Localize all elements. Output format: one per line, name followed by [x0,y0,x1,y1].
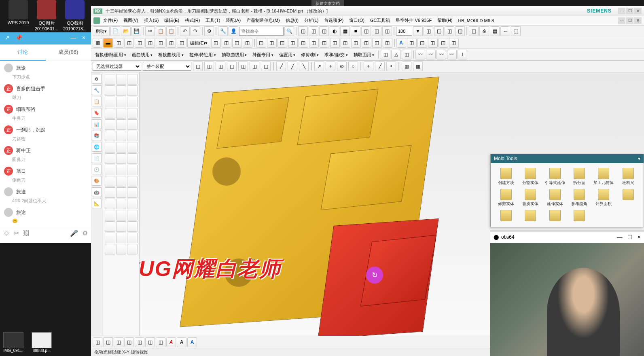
emoji-icon[interactable]: ☺ [3,230,10,237]
pal-btn[interactable] [105,187,115,198]
snap-btn[interactable]: + [326,61,335,71]
chat-list[interactable]: 旅途 下刀少点 正言多的狙击手 球刀 正细嘎蒂咨 牛鼻刀 正一刹那，沉默 刀路密… [0,61,91,227]
nav-btn[interactable]: 🌐 [92,142,102,152]
maximize-button[interactable]: ☐ [627,234,633,240]
mic-icon[interactable]: 🎤 [70,229,78,237]
btm-btn[interactable]: ◫ [114,337,123,347]
sphere-icon[interactable]: ◐ [330,26,339,36]
feature-btn[interactable]: ◫ [222,38,231,48]
pal-btn[interactable] [127,108,138,119]
menu-info[interactable]: 信息(I) [283,17,301,24]
mold-split-face[interactable]: 拆分面 [567,166,591,187]
feature-btn[interactable]: ◫ [309,38,319,48]
pal-btn[interactable] [116,142,127,153]
curve-btn[interactable]: 〰 [436,50,446,59]
redo-icon[interactable]: ↷ [191,26,200,36]
op-extract[interactable]: 抽取曲线用 [219,51,250,59]
mold-fillet[interactable]: 参考圆角 [567,187,591,208]
pal-btn[interactable] [105,176,115,186]
pal-btn[interactable] [127,142,138,153]
btm-btn[interactable]: ◫ [145,337,155,347]
menu-analysis[interactable]: 分析(L) [302,17,321,24]
menu-insert[interactable]: 插入(S) [142,17,161,24]
pal-btn[interactable] [116,74,127,85]
feature-btn[interactable]: ◫ [232,38,242,48]
mold-tools-panel[interactable]: Mold Tools▾ 创建方块 分割实体 引导式延伸 拆分面 加工几何体 坯料… [490,154,644,227]
mold-extend[interactable]: 延伸实体 [543,187,567,208]
feature-btn[interactable]: ◫ [166,38,176,48]
mold-btn[interactable] [494,208,518,224]
minimize-button[interactable]: — [69,34,77,42]
pal-btn[interactable] [116,131,127,141]
feature-btn[interactable]: ◫ [407,38,417,48]
tool-btn[interactable]: ▤ [490,26,500,36]
cube-icon[interactable]: ◫ [319,26,329,36]
pal-btn[interactable] [105,97,115,107]
menu-assembly[interactable]: 装配(A) [223,17,243,24]
feature-btn[interactable]: ◫ [288,38,298,48]
feature-btn[interactable]: ◫ [278,38,287,48]
pal-btn[interactable] [116,199,127,209]
op-btn[interactable]: △ [391,50,401,59]
layer-icon[interactable]: ▦ [340,26,350,36]
desktop-icon-wps[interactable]: WPS 2019 [4,0,32,25]
op-extrude[interactable]: 拉伸-特征用 [187,51,218,59]
pal-btn[interactable] [116,97,127,107]
text-format-a[interactable]: A [187,337,197,347]
pal-btn[interactable] [127,176,138,186]
shade-icon[interactable]: ■ [351,26,360,36]
mold-create-block[interactable]: 创建方块 [494,166,518,187]
pal-btn[interactable] [105,199,115,209]
snap-btn[interactable]: + [364,61,373,71]
nx-titlebar[interactable]: NX 十三年经验孳心育人，引领NX技术前沿，用刀路编制梦想轨迹，耀白老师 - 建… [91,6,644,16]
doc-restore[interactable]: ☐ [626,17,633,24]
pal-btn[interactable] [127,153,138,164]
cube-icon[interactable]: ◫ [298,26,308,36]
pal-btn[interactable] [116,221,127,232]
pal-btn[interactable] [105,119,115,130]
pal-btn[interactable] [127,199,138,209]
desktop-icon-img[interactable]: IMG_091... [3,332,23,353]
tool-btn[interactable]: ▾ [413,26,423,36]
pal-btn[interactable] [127,233,138,243]
snap-btn[interactable]: ⊙ [337,61,347,71]
tool-btn[interactable]: ◫ [361,26,371,36]
maximize-button[interactable]: ☐ [626,8,633,14]
menu-tools[interactable]: 工具(T) [203,17,222,24]
chat-item[interactable]: 正言多的狙击手 [0,82,91,95]
doc-close[interactable]: ✕ [634,17,642,24]
feature-btn[interactable]: ◫ [320,38,329,48]
btm-btn[interactable]: ◫ [124,337,134,347]
start-button[interactable]: 启动 ▾ [93,26,110,36]
op-btn[interactable]: ◫ [402,50,411,59]
tool-btn[interactable]: ◫ [445,26,454,36]
pal-btn[interactable] [116,165,127,175]
chat-titlebar[interactable]: ↗ 📌 — × [0,32,91,44]
chat-item[interactable]: 正一刹那，沉默 [0,123,91,137]
feature-btn[interactable]: ◫ [267,38,277,48]
pal-btn[interactable] [127,221,138,232]
op-extractface[interactable]: 抽取面用 [351,51,377,59]
pal-btn[interactable] [105,74,115,85]
tool-btn[interactable]: ◫ [469,26,479,36]
filter-btn[interactable]: ◫ [204,61,214,71]
app-icon[interactable] [93,17,100,24]
pal-btn[interactable] [105,142,115,153]
chat-item[interactable]: 旅途 [0,206,91,219]
mold-guided-extend[interactable]: 引导式延伸 [543,166,567,187]
tab-members[interactable]: 成员(86) [46,44,91,61]
op-trim[interactable]: 修剪/割 [299,51,321,59]
chat-item[interactable]: 旅途 [0,61,91,75]
pal-btn[interactable] [127,85,138,96]
filter-btn[interactable]: ◫ [227,61,237,71]
nav-btn[interactable]: 📋 [92,97,102,106]
mold-title[interactable]: Mold Tools▾ [491,154,644,163]
desktop-icon-qqpic[interactable]: QQ图片20190601... [32,0,61,31]
mold-replace[interactable]: 替换实体 [518,187,542,208]
btm-btn[interactable]: ◫ [103,337,113,347]
tool-btn[interactable]: ◫ [424,26,433,36]
feature-btn[interactable]: ◫ [439,38,448,48]
pal-btn[interactable] [116,108,127,119]
pin-icon[interactable]: 📌 [15,34,23,42]
chat-item[interactable]: 正蒋中正 [0,144,91,157]
